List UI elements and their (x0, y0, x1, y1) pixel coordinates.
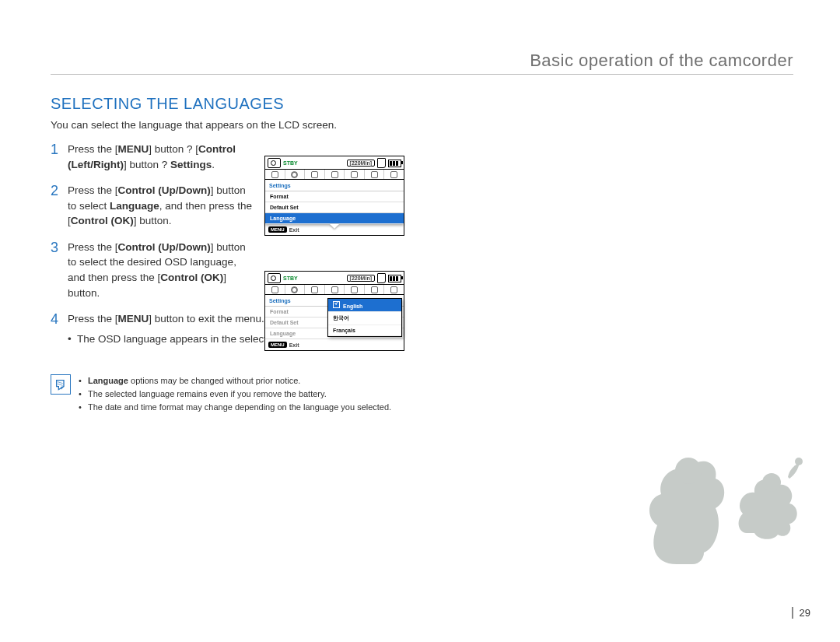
step-3-text: Press the [Control (Up/Down)] button to … (68, 240, 254, 300)
language-option-selected: English (328, 299, 401, 312)
decorative-silhouette (630, 432, 809, 564)
note-icon (51, 374, 71, 395)
status-badge: STBY (283, 160, 298, 166)
language-option: Français (328, 325, 401, 336)
card-icon (377, 273, 386, 283)
svg-point-2 (795, 458, 803, 465)
menu-chip: MENU (268, 226, 287, 233)
tab-icon (390, 171, 397, 178)
gear-icon (291, 171, 298, 178)
breadcrumb: Basic operation of the camcorder (530, 51, 793, 70)
notes-list: Language options may be changed without … (79, 374, 391, 415)
step-number: 4 (51, 311, 68, 328)
battery-icon (388, 275, 401, 282)
tab-icon (390, 286, 397, 293)
lcd-screenshot-1: STBY [220Min] Settings Format Default Se… (264, 156, 404, 236)
tab-icon (351, 171, 358, 178)
tab-icon (311, 286, 318, 293)
page-number: 29 (792, 607, 810, 619)
tab-icon (371, 286, 378, 293)
note-item: The date and time format may change depe… (79, 402, 391, 414)
step-2-text: Press the [Control (Up/Down)] button to … (68, 183, 254, 229)
check-icon (333, 301, 340, 308)
tab-icon (331, 171, 338, 178)
card-icon (377, 158, 386, 168)
menu-chip: MENU (268, 342, 287, 348)
step-number: 1 (51, 142, 68, 159)
remaining-time: [220Min] (347, 160, 375, 167)
menu-item-selected: Language (265, 213, 404, 224)
tab-icon (351, 286, 358, 293)
camera-icon (268, 158, 281, 168)
menu-item: Format (265, 191, 404, 202)
tab-icons-row (265, 284, 404, 295)
battery-icon (388, 160, 401, 167)
step-number: 3 (51, 240, 68, 257)
remaining-time: [220Min] (347, 275, 375, 282)
tab-icon (371, 171, 378, 178)
exit-label: Exit (289, 227, 299, 233)
note-item: The selected language remains even if yo… (79, 388, 391, 401)
note-item: Language options may be changed without … (79, 375, 391, 388)
exit-label: Exit (289, 342, 299, 348)
step-number: 2 (51, 183, 68, 200)
tab-icon (271, 286, 278, 293)
intro-text: You can select the language that appears… (51, 119, 793, 131)
camera-icon (268, 273, 281, 283)
tab-icon (271, 171, 278, 178)
gear-icon (291, 286, 298, 293)
step-1-text: Press the [MENU] button ? [Control (Left… (68, 142, 254, 172)
tab-icon (331, 286, 338, 293)
tab-icon (311, 171, 318, 178)
tab-icons-row (265, 169, 404, 180)
lcd-screenshot-2: STBY [220Min] Settings Format Default Se… (264, 271, 404, 351)
chevron-down-icon (330, 224, 339, 229)
section-title: SELECTING THE LANGUAGES (51, 95, 793, 113)
status-badge: STBY (283, 275, 298, 281)
svg-point-0 (675, 458, 702, 484)
settings-tab-label: Settings (265, 180, 404, 191)
language-option: 한국어 (328, 312, 401, 325)
svg-point-1 (762, 473, 781, 492)
language-popup: English 한국어 Français (327, 298, 402, 337)
menu-item: Default Set (265, 202, 404, 213)
